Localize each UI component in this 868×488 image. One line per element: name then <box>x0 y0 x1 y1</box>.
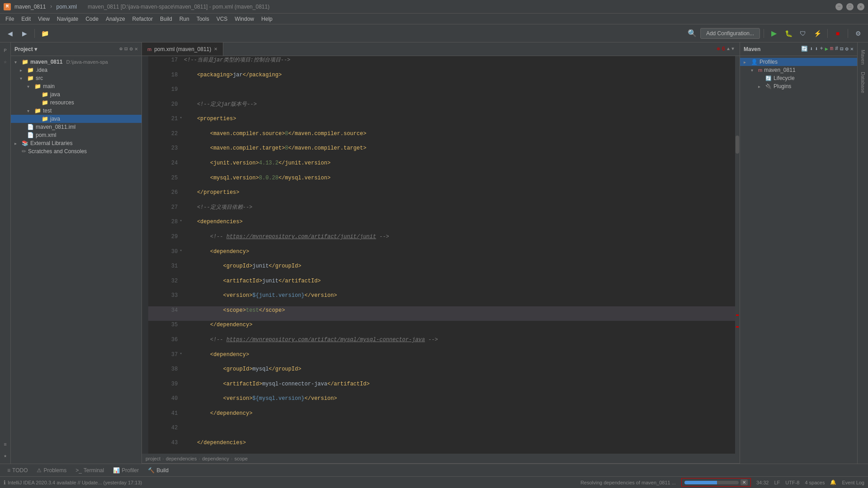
maven-download-src-icon[interactable]: ⬇ <box>815 46 818 52</box>
tree-item-main[interactable]: ▾ 📁 main <box>11 82 142 90</box>
favorites-icon[interactable]: ★ <box>1 451 10 460</box>
stop-button[interactable]: ■ <box>831 27 844 40</box>
tree-item-test-java[interactable]: 📁 java <box>11 115 142 123</box>
code-line[interactable]: <mysql.version>8.0.28</mysql.version> <box>184 174 735 189</box>
fold-marker[interactable]: ▾ <box>178 115 184 130</box>
run-button[interactable]: ▶ <box>768 27 780 40</box>
debug-button[interactable]: 🐛 <box>782 27 795 40</box>
line-separator[interactable]: LF <box>774 480 780 485</box>
collapse-all-icon[interactable]: ⊟ <box>124 46 127 52</box>
bookmark-icon[interactable]: ☆ <box>1 57 10 66</box>
code-line[interactable] <box>184 424 735 439</box>
breadcrumb-dependency[interactable]: dependency <box>202 456 229 461</box>
code-line[interactable]: <groupId>junit</groupId> <box>184 262 735 277</box>
code-line[interactable]: <dependency> <box>184 248 735 263</box>
tree-item-pom[interactable]: 📄 pom.xml <box>11 131 142 139</box>
locate-icon[interactable]: ⊕ <box>119 46 123 52</box>
maven-maven0811[interactable]: ▾ m maven_0811 <box>740 66 857 74</box>
code-line[interactable]: </properties> <box>184 188 735 203</box>
code-line[interactable]: <version>${junit.version}</version> <box>184 291 735 306</box>
maven-side-label[interactable]: Maven <box>859 46 867 68</box>
close-button[interactable]: ✕ <box>857 3 864 10</box>
menu-code[interactable]: Code <box>82 14 102 24</box>
tree-item-src[interactable]: ▾ 📁 src <box>11 74 142 82</box>
menu-navigate[interactable]: Navigate <box>53 14 82 24</box>
scrollbar-thumb[interactable] <box>736 136 739 154</box>
code-line[interactable]: <packaging>jar</packaging> <box>184 71 735 86</box>
code-line[interactable]: <!-- https://mvnrepository.com/artifact/… <box>184 233 735 248</box>
todo-button[interactable]: ≡ TODO <box>4 466 31 474</box>
structure-icon[interactable]: ≡ <box>1 440 10 449</box>
code-line[interactable]: <junit.version>4.13.2</junit.version> <box>184 159 735 174</box>
code-line[interactable]: <groupId>mysql</groupId> <box>184 365 735 380</box>
code-line[interactable]: </dependency> <box>184 321 735 336</box>
code-line[interactable] <box>184 85 735 100</box>
tree-item-iml[interactable]: 📄 maven_0811.iml <box>11 123 142 131</box>
code-line[interactable]: <dependency> <box>184 351 735 366</box>
maximize-button[interactable]: □ <box>846 3 854 10</box>
profile-button[interactable]: ⚡ <box>811 27 824 40</box>
code-line[interactable]: <!--定义项目依赖--> <box>184 203 735 218</box>
code-line[interactable]: <artifactId>mysql-connector-java</artifa… <box>184 380 735 395</box>
profiler-button[interactable]: 📊 Profiler <box>109 466 142 474</box>
tree-item-idea[interactable]: ▸ 📁 .idea <box>11 66 142 74</box>
maven-hide-icon[interactable]: ✕ <box>850 46 854 52</box>
menu-edit[interactable]: Edit <box>18 14 34 24</box>
encoding[interactable]: UTF-8 <box>785 480 799 485</box>
hide-icon[interactable]: ✕ <box>135 46 138 52</box>
maven-link-icon[interactable]: # <box>835 46 838 52</box>
menu-vcs[interactable]: VCS <box>213 14 231 24</box>
menu-window[interactable]: Window <box>231 14 258 24</box>
project-dropdown[interactable]: Project ▾ <box>14 46 37 52</box>
code-line[interactable]: <scope>test</scope> <box>184 306 735 321</box>
database-side-label[interactable]: Database <box>859 68 867 97</box>
tree-item-main-java[interactable]: 📁 java <box>11 90 142 99</box>
maven-m-icon[interactable]: m <box>830 46 833 52</box>
code-line[interactable]: <maven.compiler.source>8</maven.compiler… <box>184 130 735 145</box>
menu-help[interactable]: Help <box>258 14 276 24</box>
code-line[interactable]: <artifactId>junit</artifactId> <box>184 277 735 292</box>
nav-back-button[interactable]: ◀ <box>4 27 16 40</box>
fold-marker[interactable]: ▾ <box>178 351 184 366</box>
menu-build[interactable]: Build <box>156 14 176 24</box>
coverage-button[interactable]: 🛡 <box>797 27 809 40</box>
menu-tools[interactable]: Tools <box>193 14 213 24</box>
code-scroll-area[interactable]: 17 <!--当前是jar类型的项目:控制台项目-->18 <packaging… <box>148 56 735 454</box>
problems-button[interactable]: ⚠ Problems <box>33 466 70 474</box>
code-line[interactable]: <!--定义jar版本号--> <box>184 100 735 115</box>
code-line[interactable]: <dependencies> <box>184 218 735 233</box>
maven-add-icon[interactable]: + <box>820 46 823 52</box>
maven-plugins[interactable]: ▸ 🔌 Plugins <box>740 82 857 90</box>
build-button[interactable]: 🔨 Build <box>144 466 172 474</box>
project-icon[interactable]: P <box>1 46 10 55</box>
code-line[interactable]: </dependencies> <box>184 439 735 454</box>
editor-scrollbar[interactable] <box>735 56 740 454</box>
maven-lifecycle[interactable]: 🔄 Lifecycle <box>740 74 857 82</box>
settings-icon[interactable]: ⚙ <box>130 46 133 52</box>
indent-setting[interactable]: 4 spaces <box>805 480 825 485</box>
settings-button[interactable]: ⚙ <box>852 27 864 40</box>
code-line[interactable]: <version>${mysql.version}</version> <box>184 394 735 409</box>
code-line[interactable]: <!--当前是jar类型的项目:控制台项目--> <box>184 56 735 71</box>
cancel-button[interactable]: ✕ <box>741 479 748 485</box>
tree-item-scratches[interactable]: ✏ Scratches and Consoles <box>11 147 142 155</box>
menu-refactor[interactable]: Refactor <box>129 14 156 24</box>
tree-item-resources[interactable]: 📁 resources <box>11 99 142 107</box>
add-configuration-button[interactable]: Add Configuration... <box>700 28 760 39</box>
code-line[interactable]: <properties> <box>184 115 735 130</box>
code-line[interactable]: <!-- https://mvnrepository.com/artifact/… <box>184 336 735 351</box>
terminal-button[interactable]: >_ Terminal <box>72 466 108 474</box>
fold-marker[interactable]: ▾ <box>178 218 184 233</box>
tree-item-root[interactable]: ▾ 📁 maven_0811 D:\java-maven-spa <box>11 58 142 66</box>
breadcrumb-dependencies[interactable]: dependencies <box>166 456 197 461</box>
code-editor[interactable]: 17 <!--当前是jar类型的项目:控制台项目-->18 <packaging… <box>142 56 740 454</box>
menu-file[interactable]: File <box>2 14 18 24</box>
menu-analyze[interactable]: Analyze <box>102 14 129 24</box>
nav-fwd-button[interactable]: ▶ <box>18 27 31 40</box>
maven-run-icon[interactable]: ▶ <box>825 46 828 52</box>
tree-item-external-libs[interactable]: ▸ 📚 External Libraries <box>11 139 142 147</box>
code-line[interactable]: </dependency> <box>184 409 735 424</box>
maven-settings-icon[interactable]: ⚙ <box>845 46 849 52</box>
breadcrumb-scope[interactable]: scope <box>235 456 248 461</box>
minimize-button[interactable]: ─ <box>835 3 843 10</box>
